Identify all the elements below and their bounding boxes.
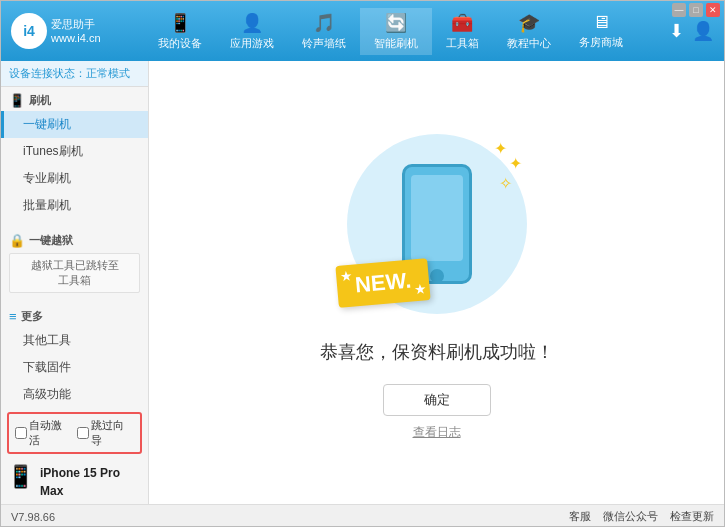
logo-circle: i4 <box>11 13 47 49</box>
sparkle-2-icon: ✦ <box>509 154 522 173</box>
device-phone-icon: 📱 <box>7 464 34 490</box>
sidebar-item-itunes-flash[interactable]: iTunes刷机 <box>1 138 148 165</box>
sparkle-3-icon: ✧ <box>499 174 512 193</box>
sidebar-item-pro-flash[interactable]: 专业刷机 <box>1 165 148 192</box>
auto-restore-option[interactable]: 跳过向导 <box>77 418 135 448</box>
close-button[interactable]: ✕ <box>706 3 720 17</box>
check-update-link[interactable]: 检查更新 <box>670 509 714 524</box>
tab-service[interactable]: 🖥 务房商城 <box>565 8 637 55</box>
jailbreak-note: 越狱工具已跳转至工具箱 <box>9 253 140 293</box>
sidebar-item-other-tools[interactable]: 其他工具 <box>1 327 148 354</box>
nav-tabs: 📱 我的设备 👤 应用游戏 🎵 铃声墙纸 🔄 智能刷机 🧰 工具箱 🎓 <box>121 8 659 55</box>
tab-app-games[interactable]: 👤 应用游戏 <box>216 8 288 55</box>
sidebar-status: 设备连接状态：正常模式 <box>1 61 148 87</box>
my-device-icon: 📱 <box>169 12 191 34</box>
success-image: NEW. ✦ ✦ ✧ <box>337 124 537 324</box>
download-button[interactable]: ⬇ <box>669 20 684 42</box>
flash-section-icon: 📱 <box>9 93 25 108</box>
sidebar-section-more: ≡ 更多 <box>1 303 148 327</box>
view-log-link[interactable]: 查看日志 <box>413 424 461 441</box>
sparkle-1-icon: ✦ <box>494 139 507 158</box>
toolbox-icon: 🧰 <box>451 12 473 34</box>
sidebar-item-download-firmware[interactable]: 下载固件 <box>1 354 148 381</box>
tab-tutorials[interactable]: 🎓 教程中心 <box>493 8 565 55</box>
main-layout: 设备连接状态：正常模式 📱 刷机 一键刷机 iTunes刷机 专业刷机 批量刷机 <box>1 61 724 504</box>
service-icon: 🖥 <box>592 12 610 33</box>
sidebar-item-batch-flash[interactable]: 批量刷机 <box>1 192 148 219</box>
phone-screen <box>411 175 463 261</box>
window-controls: — □ ✕ <box>672 3 720 17</box>
status-bar-right: 客服 微信公众号 检查更新 <box>569 509 714 524</box>
auto-activate-checkbox[interactable] <box>15 427 27 439</box>
tab-ringtones[interactable]: 🎵 铃声墙纸 <box>288 8 360 55</box>
main-content: NEW. ✦ ✦ ✧ 恭喜您，保资料刷机成功啦！ 确定 查看日志 <box>149 61 724 504</box>
user-button[interactable]: 👤 <box>692 20 714 42</box>
smart-flash-icon: 🔄 <box>385 12 407 34</box>
auto-restore-checkbox[interactable] <box>77 427 89 439</box>
device-info: 📱 iPhone 15 Pro Max 512GB iPhone <box>7 460 142 504</box>
tab-toolbox[interactable]: 🧰 工具箱 <box>432 8 493 55</box>
sidebar-item-advanced[interactable]: 高级功能 <box>1 381 148 408</box>
tab-smart-flash[interactable]: 🔄 智能刷机 <box>360 8 432 55</box>
minimize-button[interactable]: — <box>672 3 686 17</box>
app-games-icon: 👤 <box>241 12 263 34</box>
tutorials-icon: 🎓 <box>518 12 540 34</box>
status-bar: V7.98.66 客服 微信公众号 检查更新 <box>1 504 724 527</box>
auto-options-group: 自动激活 跳过向导 <box>7 412 142 454</box>
header: i4 爱思助手 www.i4.cn 📱 我的设备 👤 应用游戏 🎵 铃声墙纸 🔄… <box>1 1 724 61</box>
more-section-icon: ≡ <box>9 309 17 324</box>
customer-service-link[interactable]: 客服 <box>569 509 591 524</box>
sidebar-section-flash: 📱 刷机 <box>1 87 148 111</box>
logo-area: i4 爱思助手 www.i4.cn <box>11 13 121 49</box>
auto-activate-option[interactable]: 自动激活 <box>15 418 73 448</box>
device-details: iPhone 15 Pro Max 512GB iPhone <box>40 464 142 504</box>
sidebar: 设备连接状态：正常模式 📱 刷机 一键刷机 iTunes刷机 专业刷机 批量刷机 <box>1 61 149 504</box>
lock-icon: 🔒 <box>9 233 25 248</box>
confirm-button[interactable]: 确定 <box>383 384 491 416</box>
wechat-link[interactable]: 微信公众号 <box>603 509 658 524</box>
app-window: — □ ✕ i4 爱思助手 www.i4.cn 📱 我的设备 👤 应用游戏 🎵 … <box>0 0 725 527</box>
ringtones-icon: 🎵 <box>313 12 335 34</box>
header-right: ⬇ 👤 <box>669 20 714 42</box>
new-badge: NEW. <box>335 258 431 308</box>
tab-my-device[interactable]: 📱 我的设备 <box>144 8 216 55</box>
maximize-button[interactable]: □ <box>689 3 703 17</box>
phone-home-button <box>430 269 444 283</box>
success-text: 恭喜您，保资料刷机成功啦！ <box>320 340 554 364</box>
sidebar-section-jb: 🔒 一键越狱 <box>1 227 148 251</box>
sidebar-item-one-click-flash[interactable]: 一键刷机 <box>1 111 148 138</box>
logo-text: 爱思助手 www.i4.cn <box>51 17 101 46</box>
version-label: V7.98.66 <box>11 511 55 523</box>
